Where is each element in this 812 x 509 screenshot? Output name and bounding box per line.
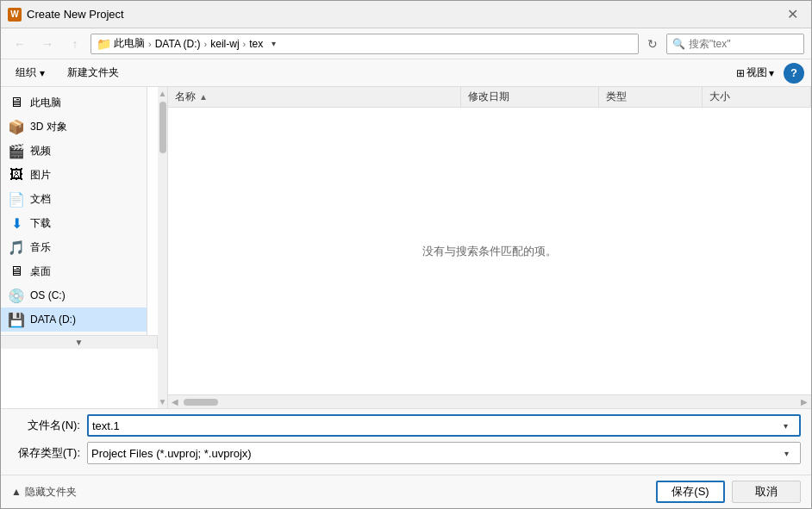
back-button[interactable]: ←: [8, 34, 32, 54]
sidebar-item-this-pc[interactable]: 🖥 此电脑: [1, 90, 147, 115]
filename-row: 文件名(N): ▾: [11, 414, 801, 437]
search-box[interactable]: 🔍: [666, 34, 804, 54]
address-bar[interactable]: 📁 此电脑 › DATA (D:) › keil-wj › tex ▾: [91, 34, 639, 54]
create-project-dialog: W Create New Project ✕ ← → ↑ 📁 此电脑 › DAT…: [0, 0, 812, 509]
3d-icon: 📦: [8, 118, 25, 135]
new-folder-label: 新建文件夹: [67, 65, 119, 80]
filetype-row: 保存类型(T): Project Files (*.uvproj; *.uvpr…: [11, 442, 801, 464]
refresh-button[interactable]: ↻: [642, 34, 663, 54]
sidebar-item-data-d[interactable]: 💾 DATA (D:): [1, 307, 147, 332]
h-scroll-left[interactable]: ◀: [168, 395, 182, 409]
filetype-select-wrap[interactable]: Project Files (*.uvproj; *.uvprojx) ▾: [87, 442, 801, 464]
sidebar-label-download: 下载: [30, 216, 51, 231]
sidebar-container: 🖥 此电脑 📦 3D 对象 🎬 视频 🖼 图片 📄 文档: [1, 87, 158, 408]
forward-button[interactable]: →: [35, 34, 59, 54]
scroll-thumb[interactable]: [159, 102, 166, 153]
close-button[interactable]: ✕: [780, 3, 804, 27]
organize-label: 组织: [16, 65, 36, 80]
file-header: 名称 ▲ 修改日期 类型 大小: [168, 87, 811, 108]
sidebar-label-desktop: 桌面: [30, 264, 51, 279]
filetype-dropdown-button[interactable]: ▾: [776, 444, 796, 462]
data-d-icon: 💾: [8, 311, 25, 328]
filetype-value: Project Files (*.uvproj; *.uvprojx): [91, 447, 776, 460]
new-folder-button[interactable]: 新建文件夹: [59, 62, 127, 84]
sidebar-label-this-pc: 此电脑: [30, 96, 61, 110]
toolbar2-right: ⊞ 视图 ▾ ?: [730, 62, 804, 84]
col-name[interactable]: 名称 ▲: [168, 87, 461, 107]
sidebar-scrollbar[interactable]: ▲ ▼: [158, 87, 168, 408]
sidebar-item-document[interactable]: 📄 文档: [1, 187, 147, 211]
sidebar-label-3d: 3D 对象: [30, 120, 67, 134]
view-button[interactable]: ⊞ 视图 ▾: [730, 62, 780, 84]
address-part-1: 此电脑: [114, 36, 145, 51]
organize-button[interactable]: 组织 ▾: [8, 62, 53, 84]
up-button[interactable]: ↑: [63, 34, 87, 54]
this-pc-icon: 🖥: [8, 94, 25, 111]
address-folder-icon: 📁: [95, 35, 112, 53]
view-label: 视图: [746, 65, 767, 80]
col-size[interactable]: 大小: [703, 87, 811, 107]
horizontal-scrollbar[interactable]: ◀ ▶: [168, 394, 811, 408]
help-button[interactable]: ?: [784, 63, 804, 84]
h-scroll-thumb[interactable]: [184, 399, 218, 406]
sidebar-label-os-c: OS (C:): [30, 289, 66, 301]
empty-message: 没有与搜索条件匹配的项。: [168, 108, 811, 394]
download-icon: ⬇: [8, 214, 25, 232]
address-part-2: DATA (D:): [155, 38, 201, 50]
sidebar-label-data-d: DATA (D:): [30, 313, 76, 326]
sidebar-item-download[interactable]: ⬇ 下载: [1, 211, 147, 235]
save-button[interactable]: 保存(S): [656, 481, 725, 503]
sidebar: 🖥 此电脑 📦 3D 对象 🎬 视频 🖼 图片 📄 文档: [1, 87, 147, 335]
cancel-button[interactable]: 取消: [732, 481, 801, 503]
search-icon: 🔍: [672, 38, 685, 50]
col-date[interactable]: 修改日期: [461, 87, 599, 107]
sidebar-label-picture: 图片: [30, 168, 51, 183]
sidebar-item-3d[interactable]: 📦 3D 对象: [1, 115, 147, 139]
main-content: 🖥 此电脑 📦 3D 对象 🎬 视频 🖼 图片 📄 文档: [1, 87, 811, 408]
form-area: 文件名(N): ▾ 保存类型(T): Project Files (*.uvpr…: [1, 408, 811, 475]
scroll-up-arrow[interactable]: ▲: [159, 89, 167, 98]
title-bar: W Create New Project ✕: [1, 1, 811, 28]
hide-folders-label: 隐藏文件夹: [25, 485, 77, 500]
sidebar-item-music[interactable]: 🎵 音乐: [1, 235, 147, 259]
h-scroll-right[interactable]: ▶: [797, 395, 811, 409]
address-dropdown-button[interactable]: ▾: [265, 34, 282, 53]
filename-input[interactable]: [92, 419, 776, 432]
sidebar-item-os-c[interactable]: 💿 OS (C:): [1, 283, 147, 307]
video-icon: 🎬: [8, 142, 25, 159]
sidebar-label-video: 视频: [30, 144, 51, 158]
picture-icon: 🖼: [8, 166, 25, 183]
music-icon: 🎵: [8, 239, 25, 256]
secondary-toolbar: 组织 ▾ 新建文件夹 ⊞ 视图 ▾ ?: [1, 59, 811, 87]
filename-label: 文件名(N):: [11, 418, 80, 433]
footer: ▲ 隐藏文件夹 保存(S) 取消: [1, 475, 811, 508]
filename-dropdown-button[interactable]: ▾: [776, 416, 796, 435]
view-icon: ⊞: [736, 67, 745, 79]
search-input[interactable]: [689, 38, 798, 50]
document-icon: 📄: [8, 190, 25, 208]
app-icon: W: [8, 8, 22, 22]
scroll-down-arrow[interactable]: ▼: [159, 397, 167, 407]
dialog-title: Create New Project: [27, 8, 780, 21]
sidebar-item-picture[interactable]: 🖼 图片: [1, 163, 147, 187]
sidebar-item-video[interactable]: 🎬 视频: [1, 139, 147, 163]
file-pane: 名称 ▲ 修改日期 类型 大小 没有与搜索条件匹配的项。: [168, 87, 811, 408]
hide-folders-button[interactable]: ▲ 隐藏文件夹: [11, 485, 649, 500]
address-part-3: keil-wj: [210, 38, 239, 50]
os-c-icon: 💿: [8, 287, 25, 304]
sidebar-label-document: 文档: [30, 192, 51, 207]
help-label: ?: [790, 66, 797, 79]
hide-folders-icon: ▲: [11, 486, 22, 498]
desktop-icon: 🖥: [8, 263, 25, 280]
view-dropdown-icon: ▾: [769, 67, 774, 79]
filename-input-wrap[interactable]: ▾: [87, 414, 801, 437]
col-type[interactable]: 类型: [599, 87, 703, 107]
sidebar-label-music: 音乐: [30, 240, 51, 255]
sidebar-item-desktop[interactable]: 🖥 桌面: [1, 259, 147, 283]
address-part-4: tex: [249, 38, 263, 50]
navigation-toolbar: ← → ↑ 📁 此电脑 › DATA (D:) › keil-wj › tex …: [1, 28, 811, 59]
organize-dropdown-icon: ▾: [40, 67, 45, 79]
sidebar-scroll-down[interactable]: ▼: [1, 335, 158, 349]
h-scroll-track[interactable]: [184, 399, 796, 406]
file-list: 没有与搜索条件匹配的项。: [168, 108, 811, 394]
